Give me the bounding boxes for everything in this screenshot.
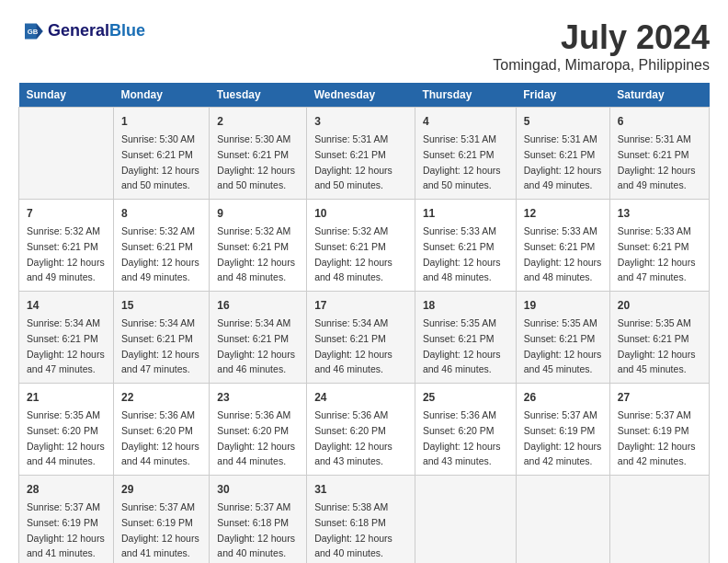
daylight-text: Daylight: 12 hours and 46 minutes. <box>314 349 392 375</box>
day-number: 16 <box>217 297 299 314</box>
day-number: 3 <box>314 113 407 130</box>
day-number: 5 <box>524 113 602 130</box>
calendar-cell: 28 Sunrise: 5:37 AM Sunset: 6:19 PM Dayl… <box>19 476 114 564</box>
day-number: 14 <box>27 297 106 314</box>
day-number: 22 <box>121 389 201 406</box>
daylight-text: Daylight: 12 hours and 49 minutes. <box>524 165 602 191</box>
sunrise-text: Sunrise: 5:33 AM <box>423 225 496 236</box>
day-number: 30 <box>217 481 299 498</box>
sunset-text: Sunset: 6:21 PM <box>524 241 596 252</box>
daylight-text: Daylight: 12 hours and 48 minutes. <box>423 257 501 283</box>
header-tuesday: Tuesday <box>210 83 307 108</box>
daylight-text: Daylight: 12 hours and 44 minutes. <box>121 441 199 467</box>
page-header: GB GeneralBlue July 2024 Tomingad, Mimar… <box>18 18 710 74</box>
sunrise-text: Sunrise: 5:36 AM <box>314 409 388 420</box>
sunset-text: Sunset: 6:20 PM <box>423 425 495 436</box>
logo-text-line1: GeneralBlue <box>48 22 145 40</box>
sunset-text: Sunset: 6:21 PM <box>423 333 495 344</box>
sunset-text: Sunset: 6:21 PM <box>618 149 689 160</box>
daylight-text: Daylight: 12 hours and 48 minutes. <box>524 257 602 283</box>
daylight-text: Daylight: 12 hours and 50 minutes. <box>121 165 199 191</box>
day-number: 4 <box>423 113 508 130</box>
sunrise-text: Sunrise: 5:36 AM <box>121 409 195 420</box>
sunrise-text: Sunrise: 5:32 AM <box>27 225 100 236</box>
calendar-cell: 31 Sunrise: 5:38 AM Sunset: 6:18 PM Dayl… <box>307 476 415 564</box>
sunset-text: Sunset: 6:21 PM <box>618 333 689 344</box>
sunset-text: Sunset: 6:20 PM <box>27 425 98 436</box>
calendar-cell: 30 Sunrise: 5:37 AM Sunset: 6:18 PM Dayl… <box>210 476 307 564</box>
sunset-text: Sunset: 6:20 PM <box>217 425 289 436</box>
calendar-cell: 21 Sunrise: 5:35 AM Sunset: 6:20 PM Dayl… <box>19 384 114 476</box>
sunrise-text: Sunrise: 5:36 AM <box>217 409 290 420</box>
day-number: 6 <box>618 113 701 130</box>
day-number: 17 <box>314 297 407 314</box>
daylight-text: Daylight: 12 hours and 48 minutes. <box>314 257 392 283</box>
sunset-text: Sunset: 6:21 PM <box>27 241 98 252</box>
daylight-text: Daylight: 12 hours and 43 minutes. <box>423 441 501 467</box>
calendar-cell: 19 Sunrise: 5:35 AM Sunset: 6:21 PM Dayl… <box>516 292 609 384</box>
sunset-text: Sunset: 6:19 PM <box>27 517 98 528</box>
sunrise-text: Sunrise: 5:37 AM <box>618 409 691 420</box>
day-number: 26 <box>524 389 602 406</box>
sunset-text: Sunset: 6:18 PM <box>314 517 386 528</box>
calendar-cell: 9 Sunrise: 5:32 AM Sunset: 6:21 PM Dayli… <box>210 200 307 292</box>
sunset-text: Sunset: 6:21 PM <box>524 333 596 344</box>
daylight-text: Daylight: 12 hours and 44 minutes. <box>27 441 105 467</box>
day-number: 29 <box>121 481 201 498</box>
sunset-text: Sunset: 6:21 PM <box>423 241 495 252</box>
calendar-week-row: 21 Sunrise: 5:35 AM Sunset: 6:20 PM Dayl… <box>19 384 710 476</box>
calendar-cell: 11 Sunrise: 5:33 AM Sunset: 6:21 PM Dayl… <box>415 200 516 292</box>
sunrise-text: Sunrise: 5:32 AM <box>121 225 195 236</box>
calendar-cell: 24 Sunrise: 5:36 AM Sunset: 6:20 PM Dayl… <box>307 384 415 476</box>
daylight-text: Daylight: 12 hours and 44 minutes. <box>217 441 295 467</box>
day-number: 24 <box>314 389 407 406</box>
calendar-cell: 29 Sunrise: 5:37 AM Sunset: 6:19 PM Dayl… <box>114 476 210 564</box>
day-number: 31 <box>314 481 407 498</box>
calendar-cell: 8 Sunrise: 5:32 AM Sunset: 6:21 PM Dayli… <box>114 200 210 292</box>
calendar-cell: 1 Sunrise: 5:30 AM Sunset: 6:21 PM Dayli… <box>114 108 210 200</box>
calendar-cell: 10 Sunrise: 5:32 AM Sunset: 6:21 PM Dayl… <box>307 200 415 292</box>
sunrise-text: Sunrise: 5:38 AM <box>314 501 388 512</box>
calendar-cell <box>516 476 609 564</box>
daylight-text: Daylight: 12 hours and 40 minutes. <box>217 533 295 559</box>
daylight-text: Daylight: 12 hours and 40 minutes. <box>314 533 392 559</box>
day-number: 2 <box>217 113 299 130</box>
sunset-text: Sunset: 6:21 PM <box>423 149 495 160</box>
sunrise-text: Sunrise: 5:31 AM <box>618 133 691 144</box>
daylight-text: Daylight: 12 hours and 43 minutes. <box>314 441 392 467</box>
daylight-text: Daylight: 12 hours and 48 minutes. <box>217 257 295 283</box>
calendar-cell: 22 Sunrise: 5:36 AM Sunset: 6:20 PM Dayl… <box>114 384 210 476</box>
calendar-cell: 25 Sunrise: 5:36 AM Sunset: 6:20 PM Dayl… <box>415 384 516 476</box>
calendar-week-row: 28 Sunrise: 5:37 AM Sunset: 6:19 PM Dayl… <box>19 476 710 564</box>
sunset-text: Sunset: 6:21 PM <box>217 333 289 344</box>
sunrise-text: Sunrise: 5:31 AM <box>314 133 388 144</box>
calendar-cell: 2 Sunrise: 5:30 AM Sunset: 6:21 PM Dayli… <box>210 108 307 200</box>
daylight-text: Daylight: 12 hours and 50 minutes. <box>423 165 501 191</box>
sunset-text: Sunset: 6:19 PM <box>618 425 689 436</box>
day-number: 13 <box>618 205 701 222</box>
sunrise-text: Sunrise: 5:37 AM <box>27 501 100 512</box>
calendar-subtitle: Tomingad, Mimaropa, Philippines <box>493 57 710 74</box>
sunset-text: Sunset: 6:21 PM <box>121 149 193 160</box>
sunrise-text: Sunrise: 5:32 AM <box>314 225 388 236</box>
sunrise-text: Sunrise: 5:36 AM <box>423 409 496 420</box>
header-wednesday: Wednesday <box>307 83 415 108</box>
daylight-text: Daylight: 12 hours and 47 minutes. <box>121 349 199 375</box>
sunrise-text: Sunrise: 5:30 AM <box>121 133 195 144</box>
sunrise-text: Sunrise: 5:35 AM <box>618 317 691 328</box>
calendar-cell: 18 Sunrise: 5:35 AM Sunset: 6:21 PM Dayl… <box>415 292 516 384</box>
calendar-cell: 15 Sunrise: 5:34 AM Sunset: 6:21 PM Dayl… <box>114 292 210 384</box>
daylight-text: Daylight: 12 hours and 41 minutes. <box>27 533 105 559</box>
sunrise-text: Sunrise: 5:31 AM <box>524 133 597 144</box>
day-number: 7 <box>27 205 106 222</box>
header-monday: Monday <box>114 83 210 108</box>
sunrise-text: Sunrise: 5:34 AM <box>121 317 195 328</box>
logo-icon: GB <box>18 18 44 44</box>
calendar-title-block: July 2024 Tomingad, Mimaropa, Philippine… <box>493 18 710 74</box>
sunset-text: Sunset: 6:18 PM <box>217 517 289 528</box>
day-number: 8 <box>121 205 201 222</box>
sunrise-text: Sunrise: 5:37 AM <box>121 501 195 512</box>
calendar-week-row: 7 Sunrise: 5:32 AM Sunset: 6:21 PM Dayli… <box>19 200 710 292</box>
sunrise-text: Sunrise: 5:37 AM <box>524 409 597 420</box>
header-thursday: Thursday <box>415 83 516 108</box>
